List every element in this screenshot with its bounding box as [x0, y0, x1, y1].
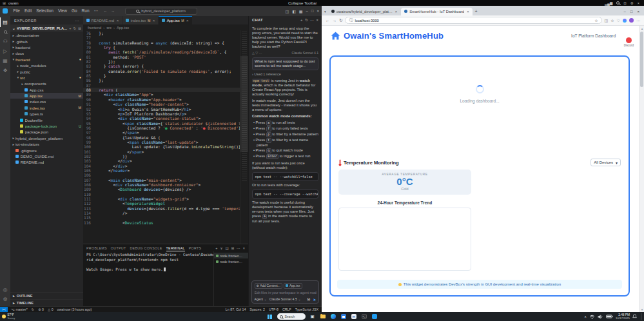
code-line[interactable]: 92 <h1>⌂ Owain's SmartHomeHub</h1>: [83, 107, 240, 112]
code-line[interactable]: 95 <span className={`status-indicator ${…: [83, 121, 240, 126]
site-info-icon[interactable]: ⓘ: [349, 17, 353, 23]
minimize-icon[interactable]: –: [306, 9, 308, 13]
volume-icon[interactable]: [598, 315, 603, 319]
tree-item-.devcontainer[interactable]: ▸.devcontainer: [10, 32, 83, 38]
taskbar-store-icon[interactable]: [340, 313, 347, 320]
new-file-icon[interactable]: +: [69, 26, 71, 30]
account-icon[interactable]: ◎: [0, 285, 10, 295]
taskbar-terminal-icon[interactable]: >_: [361, 313, 367, 320]
code-line[interactable]: 112 <TemperatureWidget: [83, 201, 240, 206]
tree-item-app.tsx[interactable]: App.tsxM: [10, 93, 83, 99]
refresh-explorer-icon[interactable]: ↻: [73, 26, 77, 30]
status-typescript-jsx[interactable]: TypeScript JSX: [295, 307, 318, 311]
history-nav-icons[interactable]: ← →: [104, 9, 117, 13]
code-line[interactable]: 93 <p>IoT Platform Dashboard</p>: [83, 112, 240, 116]
favorites-icon[interactable]: ☆: [610, 18, 614, 23]
back-icon[interactable]: ←: [326, 18, 330, 23]
device-filter-select[interactable]: All Devices▾: [590, 159, 621, 166]
code-line[interactable]: 100 Last update: {lastUpdate.toLocaleTim…: [83, 144, 240, 149]
code-line[interactable]: 98 {lastUpdate && (: [83, 135, 240, 140]
tree-item-src[interactable]: ▾src●: [10, 75, 83, 81]
chat-references[interactable]: › Used 1 reference: [252, 72, 318, 77]
terminal-tab-debug-console[interactable]: DEBUG CONSOLE: [130, 244, 162, 251]
code-line[interactable]: 85 }: [83, 73, 240, 78]
status-crlf[interactable]: CRLF: [282, 307, 291, 311]
terminal-tab-output[interactable]: OUTPUT: [111, 244, 126, 251]
code-line[interactable]: 116 <DeviceStatus: [83, 220, 240, 225]
discord-widget[interactable]: Discord: [624, 37, 634, 47]
tree-item-package-lock.json[interactable]: package-lock.jsonU: [10, 123, 83, 129]
scrollbar-thumb[interactable]: [640, 32, 643, 87]
editor-tab-readme.md[interactable]: README.md×: [83, 16, 122, 24]
profile-avatar[interactable]: [629, 18, 634, 23]
code-line[interactable]: 110: [83, 192, 240, 197]
code-line[interactable]: 77: [83, 35, 240, 40]
model-select[interactable]: Claude Sonnet 4.5 ⌄: [269, 297, 301, 301]
fullscreen-icon[interactable]: ⊡: [623, 1, 627, 5]
terminal-output[interactable]: PS C:\Users\SystemAdministrator\OneDrive…: [83, 251, 213, 306]
code-line[interactable]: 101 </span>: [83, 150, 240, 154]
code-line[interactable]: 90 <header className="App-header">: [83, 97, 240, 102]
remote-explorer-icon[interactable]: ❖: [0, 66, 10, 75]
menu-edit[interactable]: Edit: [22, 8, 34, 14]
forward-icon[interactable]: →: [333, 18, 337, 23]
code-line[interactable]: 104 </div>: [83, 164, 240, 168]
collapse-toolbar-button[interactable]: Collapse Toolbar: [288, 1, 317, 5]
command-center[interactable]: hybrid_developer_platform: [125, 8, 197, 15]
code-editor[interactable]: 76 };77 78 const simulateReading = async…: [83, 30, 240, 244]
editor-tab-index.tsx[interactable]: index.tsxM×: [122, 16, 159, 24]
remote-indicator[interactable]: ><: [0, 307, 8, 312]
settings-gear-icon[interactable]: ⚙: [630, 1, 634, 5]
tree-item-components[interactable]: ▸components: [10, 81, 83, 86]
show-desktop-button[interactable]: [641, 313, 642, 320]
new-chat-icon[interactable]: +: [300, 18, 302, 22]
code-line[interactable]: 86 };: [83, 78, 240, 83]
menu-file[interactable]: File: [11, 8, 22, 14]
hidden-icons-chevron[interactable]: ∧: [584, 315, 587, 318]
status-git-blame[interactable]: owainow (3 hours ago): [57, 307, 92, 311]
close-tab-icon[interactable]: ×: [395, 10, 397, 14]
tree-item-.github[interactable]: ▸.github: [10, 38, 83, 44]
tree-item-backend[interactable]: ▸backend: [10, 44, 83, 50]
menu-go[interactable]: Go: [69, 8, 79, 14]
tree-item-app.css[interactable]: App.css: [10, 87, 83, 93]
breadcrumb-frontend[interactable]: frontend: [88, 26, 101, 30]
tree-item-readme.md[interactable]: README.md: [10, 159, 83, 165]
extensions-icon[interactable]: ▦: [0, 56, 10, 66]
tree-item-types.ts[interactable]: types.ts: [10, 111, 83, 117]
menu-run[interactable]: Run: [79, 8, 92, 14]
search-icon[interactable]: [616, 1, 620, 5]
breadcrumb-src[interactable]: src: [106, 26, 112, 30]
code-line[interactable]: 82 });: [83, 59, 240, 64]
clock[interactable]: 2:48 PM 10/17/2025: [616, 313, 630, 320]
breadcrumb-app.tsx[interactable]: App.tsx: [117, 26, 129, 30]
taskbar-file-explorer-icon[interactable]: [320, 313, 326, 320]
close-tab-icon[interactable]: ×: [153, 19, 155, 23]
tree-item-docs[interactable]: ▸docs: [10, 50, 83, 56]
browser-essentials-icon[interactable]: ♡: [617, 18, 620, 23]
run-debug-icon[interactable]: ▷: [0, 46, 10, 56]
explorer-icon[interactable]: ▤: [0, 17, 10, 27]
code-line[interactable]: 115: [83, 215, 240, 220]
chat-input[interactable]: ⊕Add Context... App.tsx Edit files in yo…: [251, 280, 319, 304]
maximize-icon[interactable]: □: [311, 9, 314, 13]
toggle-panel-icon[interactable]: ◫: [286, 9, 289, 14]
code-line[interactable]: 107 <main className="main-content">: [83, 178, 240, 182]
taskbar-mail-icon[interactable]: ✉: [351, 313, 357, 320]
code-line[interactable]: 76 };: [83, 31, 240, 35]
browser-tab-smarthomehub-iot-dashboard[interactable]: SmartHomeHub - IoT Dashboard×: [401, 8, 472, 16]
tree-item-index.tsx[interactable]: index.tsxM: [10, 105, 83, 111]
outline-section[interactable]: ▸OUTLINE: [10, 292, 83, 299]
project-root-item[interactable]: ⌄ HYBRID_DEVELOPER_PLATFORM + ↻ ⊟: [10, 24, 83, 32]
menu-[interactable]: ⋯: [92, 8, 101, 14]
status-utf-8[interactable]: UTF-8: [269, 307, 278, 311]
code-line[interactable]: 89 <div className="App">: [83, 92, 240, 97]
battery-icon[interactable]: [606, 315, 613, 318]
new-terminal-icon[interactable]: +: [215, 246, 217, 250]
close-icon[interactable]: ×: [317, 9, 319, 13]
terminal-tab-ports[interactable]: PORTS: [189, 244, 202, 251]
copilot-icon[interactable]: [623, 19, 627, 23]
tree-item-hybrid-developer-platform[interactable]: ▸hybrid_developer_platform: [10, 135, 83, 141]
code-line[interactable]: 84 console.error('Failed to simulate rea…: [83, 69, 240, 73]
status-sync[interactable]: ↻: [32, 307, 34, 311]
